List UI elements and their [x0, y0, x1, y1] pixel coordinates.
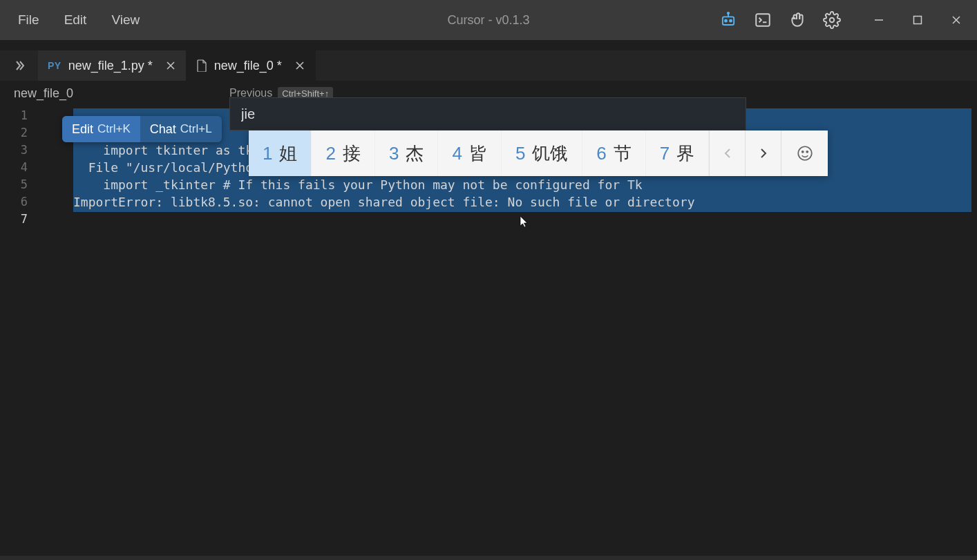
- ime-candidate-number: 2: [325, 143, 335, 164]
- line-number: 4: [0, 160, 40, 177]
- app-title: Cursor - v0.1.3: [447, 13, 529, 28]
- ime-candidate-number: 6: [596, 143, 606, 164]
- line-number: 1: [0, 108, 40, 126]
- ime-candidate-6[interactable]: 6 节: [582, 131, 645, 176]
- code-line: [73, 212, 971, 229]
- line-number: 6: [0, 195, 40, 212]
- ime-nav: [709, 131, 781, 176]
- svg-point-7: [830, 18, 835, 23]
- close-icon[interactable]: [294, 60, 305, 71]
- close-icon[interactable]: [165, 60, 176, 71]
- tab-new-file-0[interactable]: new_file_0 *: [187, 50, 316, 81]
- status-bar: [0, 556, 977, 560]
- python-file-icon: PY: [48, 60, 61, 71]
- ime-candidate-number: 1: [263, 143, 272, 164]
- inline-chat-action[interactable]: Chat Ctrl+L: [140, 116, 222, 142]
- line-number-gutter: 1 2 3 4 5 6 7: [0, 108, 40, 229]
- window-controls: [869, 10, 966, 30]
- ime-candidate-text: 接: [343, 142, 361, 166]
- command-input[interactable]: [241, 106, 734, 122]
- ime-candidate-2[interactable]: 2 接: [312, 131, 374, 176]
- svg-point-1: [725, 20, 727, 22]
- ime-emoji-button[interactable]: [781, 131, 828, 176]
- ime-candidate-text: 饥饿: [532, 142, 568, 166]
- ime-candidate-5[interactable]: 5 饥饿: [502, 131, 582, 176]
- close-button[interactable]: [947, 10, 966, 30]
- line-number: 5: [0, 177, 40, 195]
- svg-point-4: [728, 12, 729, 14]
- svg-rect-9: [914, 17, 922, 24]
- maximize-button[interactable]: [908, 10, 927, 30]
- terminal-icon[interactable]: [753, 10, 772, 30]
- tab-new-file-1-py[interactable]: PY new_file_1.py *: [38, 50, 187, 81]
- ime-next-button[interactable]: [745, 131, 781, 176]
- ime-candidate-number: 4: [452, 143, 462, 164]
- inline-edit-action[interactable]: Edit Ctrl+K: [62, 116, 140, 142]
- ime-candidate-number: 5: [515, 143, 525, 164]
- inline-action-popup: Edit Ctrl+K Chat Ctrl+L: [62, 116, 222, 142]
- code-line: import _tkinter # If this fails your Pyt…: [73, 177, 971, 195]
- tab-bar: PY new_file_1.py * new_file_0 *: [0, 50, 977, 81]
- inline-chat-shortcut: Ctrl+L: [180, 122, 212, 136]
- inline-chat-label: Chat: [150, 122, 176, 137]
- tab-label: new_file_1.py *: [68, 59, 153, 73]
- svg-point-2: [730, 20, 732, 22]
- breadcrumb[interactable]: new_file_0: [14, 86, 73, 101]
- ime-candidate-text: 姐: [279, 142, 297, 166]
- command-input-bar: [229, 97, 746, 131]
- gear-icon[interactable]: [822, 10, 842, 30]
- ime-candidate-1[interactable]: 1 姐: [249, 131, 312, 176]
- svg-point-17: [801, 151, 803, 153]
- ime-candidate-number: 3: [389, 143, 399, 164]
- minimize-button[interactable]: [869, 10, 889, 30]
- titlebar: File Edit View Cursor - v0.1.3: [0, 0, 977, 40]
- ime-candidate-7[interactable]: 7 界: [646, 131, 709, 176]
- ime-candidate-number: 7: [660, 143, 670, 164]
- ime-candidate-text: 界: [676, 142, 694, 166]
- line-number: 3: [0, 143, 40, 160]
- tab-label: new_file_0 *: [214, 59, 282, 73]
- inline-edit-label: Edit: [72, 122, 93, 137]
- menu-file[interactable]: File: [6, 8, 52, 32]
- code-line: ImportError: libtk8.5.so: cannot open sh…: [73, 195, 971, 212]
- ime-prev-button[interactable]: [709, 131, 745, 176]
- ime-candidate-bar: 1 姐 2 接 3 杰 4 皆 5 饥饿 6 节 7 界: [249, 131, 828, 176]
- line-number: 2: [0, 126, 40, 143]
- svg-rect-5: [756, 14, 770, 26]
- file-icon: [196, 59, 207, 72]
- tab-overflow-button[interactable]: [0, 50, 38, 81]
- ime-candidate-4[interactable]: 4 皆: [438, 131, 501, 176]
- svg-point-18: [806, 151, 808, 153]
- ime-candidate-3[interactable]: 3 杰: [375, 131, 438, 176]
- editor-area[interactable]: 1 2 3 4 5 6 7 import tkinter as tk File …: [0, 106, 977, 556]
- menu-bar: File Edit View: [6, 8, 152, 32]
- menu-view[interactable]: View: [99, 8, 152, 32]
- menu-edit[interactable]: Edit: [52, 8, 99, 32]
- svg-point-16: [798, 146, 812, 160]
- inline-edit-shortcut: Ctrl+K: [97, 122, 131, 136]
- ime-candidate-text: 皆: [469, 142, 487, 166]
- ime-candidate-text: 节: [614, 142, 632, 166]
- ime-candidate-text: 杰: [406, 142, 424, 166]
- titlebar-actions: [719, 10, 971, 30]
- robot-icon[interactable]: [719, 10, 738, 30]
- wave-icon[interactable]: [788, 10, 807, 30]
- line-number: 7: [0, 212, 40, 229]
